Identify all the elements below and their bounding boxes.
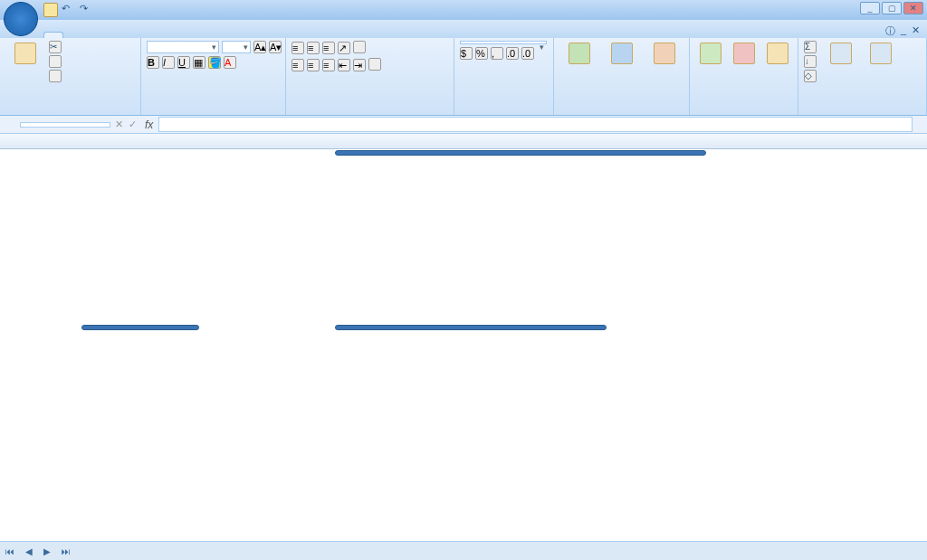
group-alignment-label — [291, 112, 448, 113]
sheet-nav-prev[interactable]: ◀ — [20, 546, 38, 556]
cut-icon: ✂ — [49, 41, 62, 53]
title-bar: ↶ ↷ _ ▢ ✕ — [0, 0, 927, 20]
enter-formula-icon[interactable]: ✓ — [126, 119, 139, 130]
merge-center-button[interactable] — [368, 58, 381, 72]
sort-icon — [830, 43, 852, 64]
ribbon-close-icon[interactable]: ✕ — [912, 24, 920, 38]
column-headers[interactable] — [0, 134, 927, 149]
redo-icon[interactable]: ↷ — [80, 3, 94, 17]
wrap-icon — [353, 41, 366, 53]
find-icon — [870, 43, 892, 64]
find-select-button[interactable] — [863, 41, 899, 68]
comma-icon[interactable]: , — [491, 47, 503, 60]
clear-button[interactable]: ◇ — [804, 70, 819, 82]
undo-icon[interactable]: ↶ — [62, 3, 76, 17]
fill-icon: ↓ — [804, 55, 817, 68]
orientation-icon[interactable]: ↗ — [338, 42, 350, 54]
align-center-icon[interactable]: ≡ — [307, 59, 320, 71]
font-color-icon[interactable]: A — [224, 56, 236, 69]
number-format-select[interactable] — [460, 41, 547, 44]
format-cells-button[interactable] — [762, 41, 792, 68]
sheet-nav-first[interactable]: ⏮ — [0, 546, 20, 556]
format-painter-button[interactable] — [49, 70, 64, 82]
office-button[interactable] — [4, 2, 38, 36]
bold-icon[interactable]: B — [147, 56, 159, 69]
wrap-text-button[interactable] — [353, 41, 366, 55]
align-top-icon[interactable]: ≡ — [291, 42, 304, 54]
callout-orders — [335, 150, 706, 156]
delete-cell-icon — [733, 43, 755, 64]
ribbon-tabs: ⓘ_✕ — [0, 20, 927, 38]
group-number-label — [460, 112, 548, 113]
align-bot-icon[interactable]: ≡ — [322, 42, 335, 54]
formula-input[interactable] — [158, 117, 913, 132]
quick-access-toolbar: ↶ ↷ — [43, 3, 94, 17]
group-clipboard-label — [5, 112, 135, 113]
paste-icon — [14, 43, 36, 64]
align-mid-icon[interactable]: ≡ — [307, 42, 320, 54]
save-icon[interactable] — [43, 3, 58, 17]
fill-color-icon[interactable]: 🪣 — [208, 56, 221, 69]
group-styles-label — [559, 112, 683, 113]
cut-button[interactable]: ✂ — [49, 41, 64, 53]
formula-bar: ✕ ✓ fx — [0, 116, 927, 134]
indent-dec-icon[interactable]: ⇤ — [338, 59, 350, 71]
sort-filter-button[interactable] — [823, 41, 859, 68]
format-as-table-button[interactable] — [602, 41, 641, 68]
dec-decimal-icon[interactable]: .0 — [521, 47, 534, 60]
group-editing-label — [804, 112, 921, 113]
group-font-label — [147, 112, 280, 113]
copy-button[interactable] — [49, 55, 64, 68]
copy-icon — [49, 55, 62, 68]
table-fmt-icon — [611, 43, 633, 64]
ribbon-minimize-icon[interactable]: _ — [901, 24, 906, 38]
format-cell-icon — [767, 43, 788, 64]
cond-fmt-icon — [569, 43, 590, 64]
brush-icon — [49, 70, 62, 82]
fill-button[interactable]: ↓ — [804, 55, 819, 68]
insert-cell-icon — [700, 43, 722, 64]
percent-icon[interactable]: % — [475, 47, 488, 60]
eraser-icon: ◇ — [804, 70, 817, 82]
callout-sales — [335, 325, 607, 330]
cell-styles-button[interactable] — [645, 41, 683, 68]
align-left-icon[interactable]: ≡ — [291, 59, 304, 71]
cell-styles-icon — [654, 43, 675, 64]
inc-decimal-icon[interactable]: .0 — [506, 47, 519, 60]
grow-font-icon[interactable]: A▴ — [253, 41, 266, 53]
sigma-icon: Σ — [804, 41, 817, 53]
shrink-font-icon[interactable]: A▾ — [269, 41, 282, 53]
ribbon: ✂ A▴ A▾ B I U ▦ 🪣 A — [0, 38, 927, 116]
align-right-icon[interactable]: ≡ — [322, 59, 335, 71]
insert-cells-button[interactable] — [695, 41, 725, 68]
indent-inc-icon[interactable]: ⇥ — [353, 59, 366, 71]
tab-home[interactable] — [43, 32, 63, 38]
sheet-nav-next[interactable]: ▶ — [38, 546, 56, 556]
font-size-select[interactable] — [222, 41, 251, 53]
minimize-button[interactable]: _ — [860, 2, 880, 14]
sheet-nav-last[interactable]: ⏭ — [56, 546, 76, 556]
maximize-button[interactable]: ▢ — [882, 2, 902, 14]
underline-icon[interactable]: U — [177, 56, 190, 69]
delete-cells-button[interactable] — [729, 41, 759, 68]
merge-icon — [368, 58, 381, 71]
close-button[interactable]: ✕ — [903, 2, 923, 14]
group-cells-label — [695, 112, 792, 113]
font-name-select[interactable] — [147, 41, 219, 53]
fx-icon[interactable]: fx — [139, 119, 158, 131]
cancel-formula-icon[interactable]: ✕ — [112, 119, 126, 130]
sheet-tab-bar: ⏮ ◀ ▶ ⏭ — [0, 541, 927, 560]
worksheet-grid[interactable] — [0, 134, 927, 541]
italic-icon[interactable]: I — [162, 56, 175, 69]
currency-icon[interactable]: $ — [460, 47, 473, 60]
border-icon[interactable]: ▦ — [193, 56, 205, 69]
paste-button[interactable] — [5, 41, 45, 68]
autosum-button[interactable]: Σ — [804, 41, 819, 53]
back-orders-button[interactable] — [81, 325, 199, 330]
ribbon-help-icon[interactable]: ⓘ — [885, 24, 895, 38]
name-box[interactable] — [20, 122, 110, 128]
conditional-formatting-button[interactable] — [559, 41, 598, 68]
